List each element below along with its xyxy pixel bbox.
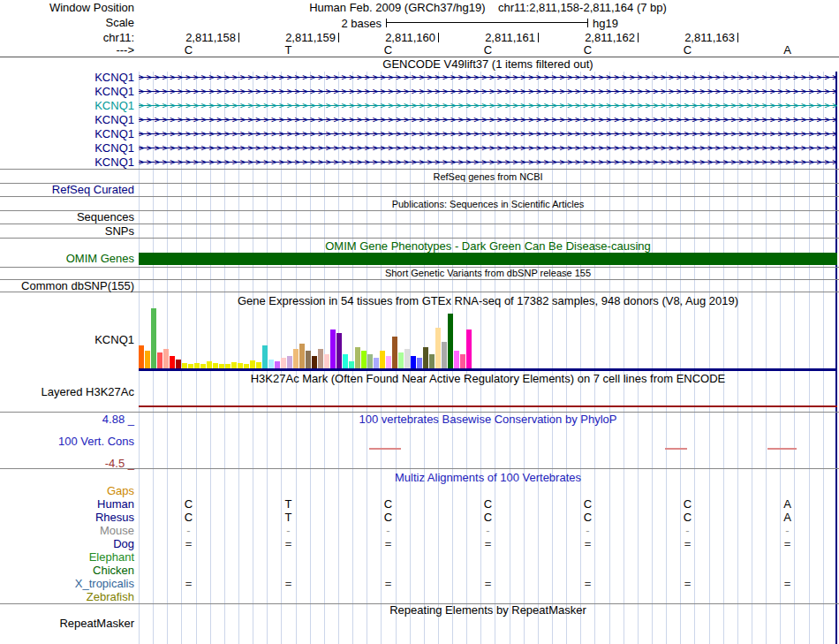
gene-track-label[interactable]: KCNQ1 [0, 86, 134, 98]
alignment-base: = [338, 538, 438, 550]
reference-base: C [338, 44, 438, 57]
gtex-expression-bar[interactable] [157, 352, 163, 368]
ruler-tick-mark [638, 33, 639, 42]
gtex-expression-bar[interactable] [151, 308, 156, 368]
h3k27ac-track-label[interactable]: Layered H3K27Ac [0, 386, 134, 398]
gtex-expression-bar[interactable] [417, 358, 422, 368]
gene-track-row[interactable]: >>>>>>>>>>>>>>>>>>>>>>>>>>>>>>>>>>>>>>>>… [139, 156, 837, 168]
sequences-track-label[interactable]: Sequences [0, 211, 134, 224]
gtex-expression-bar[interactable] [454, 351, 459, 368]
ruler-tick-mark [538, 33, 539, 42]
gtex-expression-bar[interactable] [411, 356, 416, 368]
gtex-expression-bar[interactable] [448, 314, 453, 368]
omim-track-label[interactable]: OMIM Genes [0, 253, 134, 265]
gtex-expression-bar[interactable] [176, 360, 181, 368]
gtex-expression-bar[interactable] [268, 360, 274, 368]
alignment-base: C [139, 511, 238, 524]
gene-track-label[interactable]: KCNQ1 [0, 100, 134, 112]
gtex-expression-bar[interactable] [367, 354, 373, 368]
gtex-bar-chart [139, 307, 837, 368]
gtex-expression-bar[interactable] [392, 337, 397, 368]
reference-base: C [538, 44, 638, 57]
alignment-base: - [139, 525, 238, 537]
species-label[interactable]: Mouse [0, 525, 134, 537]
species-label[interactable]: Zebrafish [0, 591, 134, 603]
track-divider [0, 196, 839, 197]
alignment-base: - [338, 525, 438, 537]
gene-track-row[interactable]: >>>>>>>>>>>>>>>>>>>>>>>>>>>>>>>>>>>>>>>>… [139, 128, 837, 140]
gtex-expression-bar[interactable] [423, 347, 428, 368]
repeatmasker-track-label[interactable]: RepeatMasker [0, 617, 134, 630]
gene-track-row[interactable]: >>>>>>>>>>>>>>>>>>>>>>>>>>>>>>>>>>>>>>>>… [139, 100, 837, 111]
alignment-base: = [638, 538, 737, 550]
gtex-expression-bar[interactable] [355, 347, 360, 368]
gene-track-label[interactable]: KCNQ1 [0, 128, 134, 140]
species-label[interactable]: Elephant [0, 551, 134, 564]
gtex-expression-bar[interactable] [460, 354, 465, 368]
gtex-expression-bar[interactable] [262, 345, 268, 368]
gtex-expression-bar[interactable] [324, 354, 329, 368]
ruler-tick-label: 2,811,158 [163, 32, 236, 43]
gtex-expression-bar[interactable] [145, 351, 150, 368]
species-label[interactable]: X_tropicalis [0, 578, 134, 590]
gtex-expression-bar[interactable] [231, 362, 237, 368]
gene-track-row[interactable]: >>>>>>>>>>>>>>>>>>>>>>>>>>>>>>>>>>>>>>>>… [139, 86, 837, 97]
gene-track-row[interactable]: >>>>>>>>>>>>>>>>>>>>>>>>>>>>>>>>>>>>>>>>… [139, 142, 837, 154]
gtex-expression-bar[interactable] [442, 342, 447, 368]
phylop-track-label[interactable]: 100 Vert. Cons [0, 436, 134, 448]
gtex-expression-bar[interactable] [386, 356, 391, 368]
gene-track-label[interactable]: KCNQ1 [0, 142, 134, 155]
common-dbsnp-track-label[interactable]: Common dbSNP(155) [0, 280, 134, 292]
gtex-expression-bar[interactable] [336, 333, 342, 368]
gtex-expression-bar[interactable] [139, 345, 144, 368]
alignment-base: C [438, 498, 538, 511]
gtex-expression-bar[interactable] [435, 328, 441, 368]
gtex-expression-bar[interactable] [398, 352, 404, 368]
ruler-tick-mark [737, 33, 738, 42]
gtex-expression-bar[interactable] [361, 351, 367, 368]
gtex-expression-bar[interactable] [466, 330, 472, 368]
gtex-expression-bar[interactable] [250, 360, 255, 368]
gene-track-row[interactable]: >>>>>>>>>>>>>>>>>>>>>>>>>>>>>>>>>>>>>>>>… [139, 114, 837, 125]
alignment-base: = [238, 578, 338, 590]
gtex-expression-bar[interactable] [380, 351, 385, 368]
gene-track-label[interactable]: KCNQ1 [0, 114, 134, 126]
gtex-expression-bar[interactable] [374, 358, 379, 368]
gtex-expression-bar[interactable] [163, 349, 169, 368]
species-label[interactable]: Rhesus [0, 511, 134, 524]
gtex-expression-bar[interactable] [170, 356, 175, 368]
gtex-expression-bar[interactable] [275, 361, 280, 368]
gtex-expression-bar[interactable] [281, 358, 286, 368]
ruler-tick-label: 2,811,162 [563, 32, 635, 43]
snps-track-label[interactable]: SNPs [0, 225, 134, 238]
gtex-expression-bar[interactable] [343, 354, 348, 368]
omim-gene-feature-bar[interactable] [139, 253, 837, 265]
gtex-expression-bar[interactable] [207, 361, 212, 368]
gtex-expression-bar[interactable] [330, 330, 336, 368]
alignment-base: C [638, 498, 737, 511]
gene-track-label[interactable]: KCNQ1 [0, 72, 134, 84]
species-label[interactable]: Gaps [0, 485, 134, 497]
gtex-expression-bar[interactable] [306, 351, 311, 368]
gtex-expression-bar[interactable] [287, 356, 292, 368]
refseq-curated-track-label[interactable]: RefSeq Curated [0, 184, 134, 196]
phylop-max-label: 4.88 _ [0, 413, 134, 426]
gtex-expression-bar[interactable] [404, 349, 410, 368]
species-label[interactable]: Dog [0, 538, 134, 550]
gene-track-label[interactable]: KCNQ1 [0, 156, 134, 169]
gtex-expression-bar[interactable] [318, 349, 323, 368]
gtex-baseline [139, 368, 837, 371]
gene-track-row[interactable]: >>>>>>>>>>>>>>>>>>>>>>>>>>>>>>>>>>>>>>>>… [139, 72, 837, 83]
gtex-expression-bar[interactable] [312, 356, 317, 368]
gtex-expression-bar[interactable] [299, 344, 305, 368]
gtex-expression-bar[interactable] [256, 362, 261, 368]
species-label[interactable]: Chicken [0, 564, 134, 577]
gtex-expression-bar[interactable] [349, 361, 354, 368]
gtex-gene-label[interactable]: KCNQ1 [0, 334, 134, 346]
ruler-tick-label: 2,811,161 [463, 32, 535, 43]
species-label[interactable]: Human [0, 498, 134, 511]
refseq-title: RefSeq genes from NCBI [139, 171, 837, 182]
gtex-expression-bar[interactable] [429, 354, 435, 368]
ucsc-genome-browser: Window Position Human Feb. 2009 (GRCh37/… [0, 0, 839, 644]
gtex-expression-bar[interactable] [293, 349, 299, 368]
